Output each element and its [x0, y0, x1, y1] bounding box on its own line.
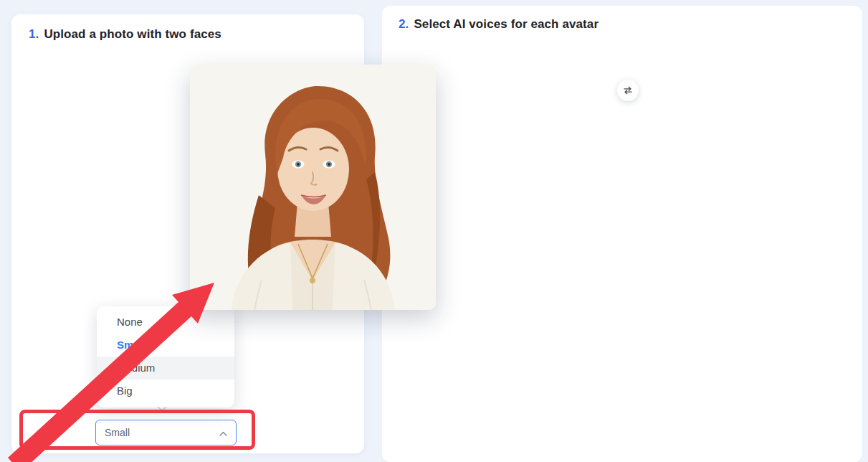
facial-pose-select[interactable]: Small	[95, 420, 237, 446]
swap-icon	[623, 86, 633, 95]
swap-voices-button[interactable]	[617, 80, 639, 101]
sample-result-preview-popup	[190, 65, 436, 310]
pose-option-none[interactable]: None	[97, 311, 234, 334]
pose-option-big[interactable]: Big	[97, 380, 234, 402]
voices-section-title: 2.Select AI voices for each avatar	[399, 17, 598, 32]
chevron-up-icon	[219, 427, 227, 438]
facial-pose-dropdown: None Small Medium Big	[97, 306, 234, 407]
chevron-down-icon	[158, 402, 166, 415]
upload-section-title: 1.Upload a photo with two faces	[29, 27, 221, 42]
voices-panel	[382, 6, 862, 462]
facial-pose-value: Small	[105, 427, 130, 438]
pose-option-small[interactable]: Small	[97, 334, 234, 357]
redhead-woman-portrait	[190, 65, 436, 310]
step-number: 1.	[29, 27, 39, 41]
pose-option-medium[interactable]: Medium	[97, 357, 234, 380]
